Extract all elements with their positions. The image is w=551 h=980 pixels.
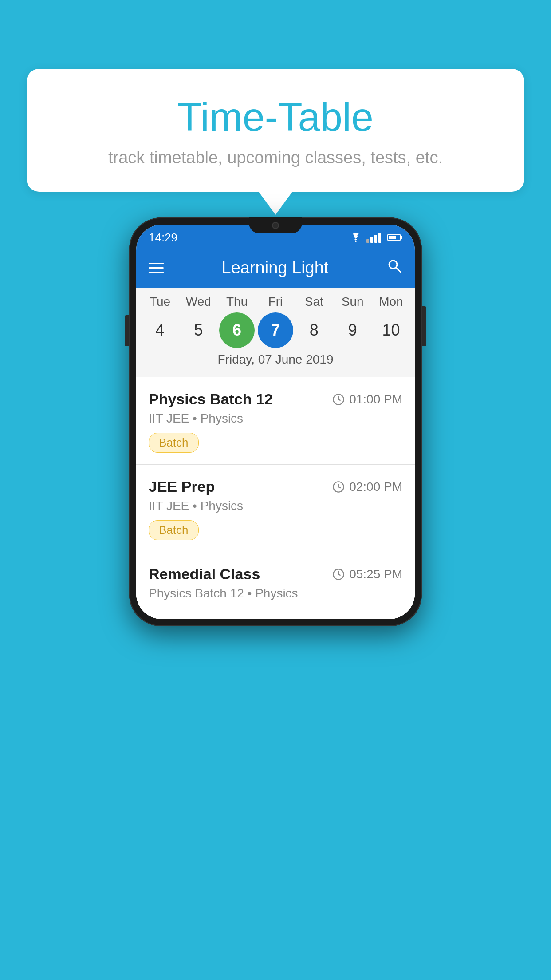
day-7-selected[interactable]: 7 [258,312,293,348]
wifi-icon [350,233,362,242]
schedule-item-3-title: Remedial Class [149,565,260,583]
app-title: Learning Light [176,258,374,277]
clock-icon-3 [332,568,345,581]
battery-icon [387,234,401,241]
signal-bars-icon [366,233,381,243]
speech-bubble-title: Time-Table [53,95,498,139]
day-header-wed: Wed [181,295,216,309]
clock-icon-1 [332,393,345,406]
schedule-item-1-title: Physics Batch 12 [149,391,273,408]
schedule-item-2-header: JEE Prep 02:00 PM [149,478,402,495]
day-numbers: 4 5 6 7 8 9 10 [136,312,415,348]
front-camera [272,225,279,229]
day-headers: Tue Wed Thu Fri Sat Sun Mon [136,295,415,309]
search-button[interactable] [386,258,402,278]
day-9[interactable]: 9 [335,312,370,348]
schedule-list: Physics Batch 12 01:00 PM IIT JEE • Phys… [136,377,415,619]
day-header-mon: Mon [373,295,409,309]
menu-icon[interactable] [149,263,164,273]
speech-bubble-subtitle: track timetable, upcoming classes, tests… [53,148,498,167]
app-bar: Learning Light [136,248,415,288]
schedule-item-1-time: 01:00 PM [332,392,402,407]
schedule-item-1-subtitle: IIT JEE • Physics [149,411,402,426]
day-header-sat: Sat [296,295,332,309]
phone-notch [249,225,302,233]
selected-date-label: Friday, 07 June 2019 [136,348,415,373]
day-header-sun: Sun [335,295,370,309]
phone-mockup: 14:29 [129,217,422,626]
status-icons [350,233,401,243]
day-header-thu: Thu [219,295,255,309]
phone-outer: 14:29 [129,217,422,626]
phone-screen: 14:29 [136,225,415,619]
day-5[interactable]: 5 [181,312,216,348]
schedule-item-3[interactable]: Remedial Class 05:25 PM Physics Batch 12… [136,552,415,619]
day-10[interactable]: 10 [373,312,409,348]
day-4[interactable]: 4 [142,312,177,348]
calendar-strip: Tue Wed Thu Fri Sat Sun Mon 4 5 6 7 8 9 … [136,288,415,377]
day-header-fri: Fri [258,295,293,309]
schedule-item-2[interactable]: JEE Prep 02:00 PM IIT JEE • Physics Batc… [136,465,415,552]
schedule-item-2-subtitle: IIT JEE • Physics [149,499,402,513]
schedule-item-1-header: Physics Batch 12 01:00 PM [149,391,402,408]
schedule-item-1[interactable]: Physics Batch 12 01:00 PM IIT JEE • Phys… [136,377,415,465]
schedule-item-3-time: 05:25 PM [332,567,402,581]
schedule-item-2-badge: Batch [149,520,199,540]
day-header-tue: Tue [142,295,177,309]
schedule-item-2-time: 02:00 PM [332,480,402,494]
day-6-today[interactable]: 6 [219,312,255,348]
clock-icon-2 [332,481,345,493]
speech-bubble-tail [259,192,292,215]
status-time: 14:29 [149,231,177,245]
speech-bubble-wrapper: Time-Table track timetable, upcoming cla… [27,69,524,215]
schedule-item-3-header: Remedial Class 05:25 PM [149,565,402,583]
schedule-item-1-badge: Batch [149,433,199,453]
speech-bubble: Time-Table track timetable, upcoming cla… [27,69,524,192]
day-8[interactable]: 8 [296,312,332,348]
schedule-item-2-title: JEE Prep [149,478,215,495]
schedule-item-3-subtitle: Physics Batch 12 • Physics [149,586,402,601]
svg-line-1 [396,268,401,272]
